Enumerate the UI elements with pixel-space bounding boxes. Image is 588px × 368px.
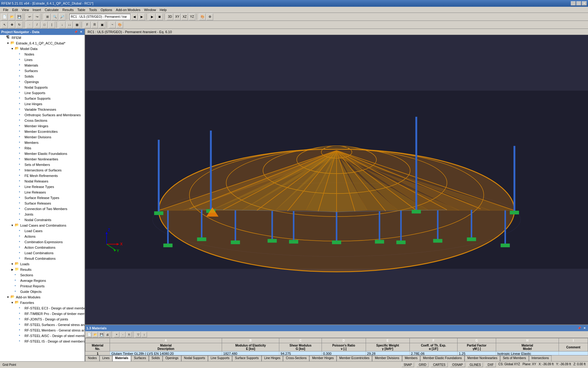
tree-item[interactable]: ▶📁Results (0, 267, 85, 272)
cell-comment[interactable] (559, 351, 588, 355)
tree-item[interactable]: ▪Ribs (0, 145, 85, 151)
tree-item[interactable]: ▪Printout Reports (0, 283, 85, 289)
run-button[interactable]: ▶ (149, 13, 156, 20)
menu-results[interactable]: Results (61, 7, 76, 12)
tree-item[interactable]: ▪Connection of Two Members (0, 206, 85, 212)
render-mode[interactable]: ▣ (99, 21, 105, 28)
tree-item[interactable]: ▪Orthotropic Surfaces and Membranes (0, 112, 85, 118)
zoom-out[interactable]: 🔎 (59, 13, 66, 20)
deform-view[interactable]: ~ (109, 21, 116, 28)
tab-members[interactable]: Members (402, 355, 420, 361)
view3d-button[interactable]: 3D (167, 13, 173, 20)
tree-item[interactable]: ▼📂Estrade_6.4.1_QP_ACC_Dlubal* (0, 40, 85, 46)
tree-item[interactable]: ▪Load Cases (0, 228, 85, 234)
tab-cross-sections[interactable]: Cross-Sections (283, 355, 309, 361)
next-case[interactable]: ▶ (138, 13, 145, 20)
tree-item[interactable]: ▪Member Elastic Foundations (0, 151, 85, 156)
tree-item[interactable]: ▪Combination Expressions (0, 239, 85, 245)
tree-item[interactable]: ▪RF-STEEL Surfaces - General stress anal… (0, 322, 85, 328)
tree-item[interactable]: ▪Intersections of Surfaces (0, 167, 85, 173)
menu-table[interactable]: Table (75, 7, 87, 12)
tree-item[interactable]: ▪Lines (0, 57, 85, 63)
tree-item[interactable]: ▪Member Nonlinearities (0, 156, 85, 162)
tree-item[interactable]: ▪RF-STEEL IS - Design of steel members a… (0, 339, 85, 344)
tree-item[interactable]: ▼📂Add-on Modules (0, 294, 85, 300)
table-open[interactable]: 📂 (92, 332, 98, 337)
viewport-3d[interactable]: X Z Y (85, 35, 588, 324)
undo-button[interactable]: ↩ (26, 13, 33, 20)
result-case-dropdown[interactable]: RC1 : ULS (STR/GEO) - Permanent / trar (69, 14, 130, 20)
tree-item[interactable]: ▪Sections (0, 272, 85, 278)
tree-item[interactable]: ▪Members (0, 140, 85, 145)
minimize-button[interactable]: _ (571, 1, 576, 6)
tree-item[interactable]: ▪Surface Supports (0, 96, 85, 101)
tree-item[interactable]: ▪RF-STEEL EC3 - Design of steel members … (0, 305, 85, 311)
tree-item[interactable]: ▪Joints (0, 212, 85, 217)
menu-help[interactable]: Help (158, 7, 169, 12)
tree-item[interactable]: ▼📂Load Cases and Combinations (0, 223, 85, 228)
cell-sw[interactable]: 29.28 (366, 351, 409, 355)
tree-item[interactable]: ▪RF-STEEL Members - General stress analy… (0, 328, 85, 333)
cell-pf[interactable]: 1.25 (458, 351, 496, 355)
menu-file[interactable]: File (1, 7, 10, 12)
menu-options[interactable]: Options (99, 7, 114, 12)
tab-line-supports[interactable]: Line Supports (208, 355, 232, 361)
tab-surface-supports[interactable]: Surface Supports (232, 355, 261, 361)
snap-button[interactable]: SNAP (401, 362, 414, 367)
dxf-button[interactable]: DXF (485, 362, 496, 367)
surface-tool[interactable]: □ (41, 21, 48, 28)
select-button[interactable]: ↖ (1, 21, 8, 28)
cell-model[interactable]: Isotropic Linear Elastic (496, 351, 559, 355)
tab-sets-of-members[interactable]: Sets of Members (500, 355, 529, 361)
viewxz-button[interactable]: XZ (181, 13, 188, 20)
tree-item[interactable]: ▪Member Eccentricities (0, 129, 85, 134)
load-surface[interactable]: ▦ (74, 21, 80, 28)
tab-member-divisions[interactable]: Member Divisions (372, 355, 402, 361)
cartes-button[interactable]: CARTES (431, 362, 447, 367)
tab-member-hinges[interactable]: Member Hinges (309, 355, 337, 361)
prev-case[interactable]: ◀ (131, 13, 138, 20)
tab-intersections[interactable]: Intersections (529, 355, 552, 361)
open-button[interactable]: 📂 (9, 13, 15, 20)
tab-member-nonlinearties[interactable]: Member Nonlinearties (465, 355, 500, 361)
tree-item[interactable]: ▪Surface Releases (0, 201, 85, 206)
tree-item[interactable]: ▪Openings (0, 79, 85, 85)
tab-member-elastic-foundations[interactable]: Member Elastic Foundations (420, 355, 465, 361)
move-button[interactable]: ✥ (9, 21, 15, 28)
tree-item[interactable]: ▪Member Hinges (0, 123, 85, 129)
tree-item[interactable]: ▪Cross-Sections (0, 118, 85, 123)
tree-item[interactable]: ▪Guide Objects (0, 289, 85, 294)
member-tool[interactable]: | (48, 21, 55, 28)
viewyz-button[interactable]: YZ (189, 13, 195, 20)
tree-item[interactable]: ▪Nodes (0, 52, 85, 57)
new-button[interactable]: 📄 (1, 13, 8, 20)
tree-item[interactable]: ▪Actions (0, 234, 85, 239)
table-save[interactable]: 💾 (99, 332, 104, 337)
cell-v[interactable]: 0.300 (322, 351, 366, 355)
color-view[interactable]: 🎨 (116, 21, 123, 28)
tree-item[interactable]: ▪Line Releases (0, 190, 85, 195)
tree-item[interactable]: ▪FE Mesh Refinements (0, 173, 85, 178)
bottom-panel-pin[interactable]: 📌 (577, 326, 582, 330)
tab-nodal-supports[interactable]: Nodal Supports (181, 355, 208, 361)
tree-item[interactable]: ▪Member Divisions (0, 134, 85, 140)
table-new[interactable]: 📄 (86, 332, 92, 337)
tab-nodes[interactable]: Nodes (85, 355, 100, 361)
osnap-button[interactable]: OSNAP (450, 362, 465, 367)
show-results[interactable]: R (91, 21, 98, 28)
tree-item[interactable]: ▪Surfaces (0, 68, 85, 74)
viewxy-button[interactable]: XY (174, 13, 181, 20)
tree-item[interactable]: ▪Result Combinations (0, 256, 85, 261)
cell-no[interactable]: 1 (85, 351, 110, 355)
table-print[interactable]: 🖨 (105, 332, 110, 337)
menu-insert[interactable]: Insert (31, 7, 43, 12)
table-delete[interactable]: - (120, 332, 126, 337)
cell-cte[interactable]: 2.78E-06 (409, 351, 458, 355)
tree-item[interactable]: ▪Line Hinges (0, 101, 85, 107)
menu-calculate[interactable]: Calculate (43, 7, 61, 12)
tree-item[interactable]: ▼📂Favorites (0, 300, 85, 305)
tree-item[interactable]: ▪Nodal Constraints (0, 217, 85, 223)
tree-item[interactable]: ▪RF-TIMBER Pro - Design of timber member… (0, 311, 85, 316)
cell-desc[interactable]: Glulam Timber GL28h | LVS EN 14080:20 (110, 351, 222, 355)
menu-tools[interactable]: Tools (87, 7, 99, 12)
